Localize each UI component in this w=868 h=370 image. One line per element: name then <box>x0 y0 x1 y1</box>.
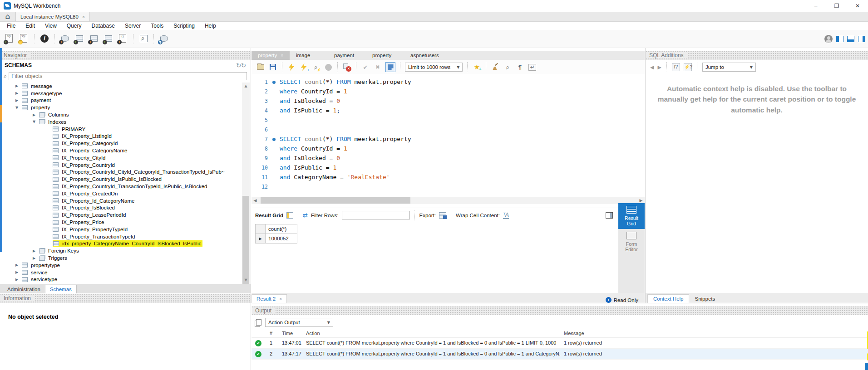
menu-item-scripting[interactable]: Scripting <box>168 23 200 29</box>
tree-item-ix-property-countryid-ispublic-isblocked[interactable]: IX_Property_CountryId_IsPublic_IsBlocked <box>0 175 242 183</box>
tree-item-foreign-keys[interactable]: ▶Foreign Keys <box>0 247 242 254</box>
tree-scrollbar[interactable]: ▲ ▼ <box>242 83 250 284</box>
manual-context-help-icon[interactable]: I? <box>672 63 680 71</box>
sql-line-3[interactable]: 3and IsBlocked = 0 <box>252 96 645 106</box>
create-table-icon[interactable]: + <box>74 34 85 44</box>
row-limit-dropdown[interactable]: Limit to 1000 rows ▼ <box>405 63 463 72</box>
maximize-button[interactable]: ❐ <box>826 0 847 12</box>
editor-tab-aspnetusers-4[interactable]: aspnetusers <box>404 51 442 60</box>
tree-item-ix-property-transactiontypeid[interactable]: IX_Property_TransactionTypeId <box>0 233 242 240</box>
tree-expand-icon[interactable]: ▶ <box>15 270 22 274</box>
jump-to-dropdown[interactable]: Jump to ▼ <box>702 63 756 72</box>
sql-line-2[interactable]: 2where CountryId = 1 <box>252 87 645 96</box>
create-schema-icon[interactable]: + <box>59 34 71 44</box>
filter-objects-input[interactable] <box>9 72 247 80</box>
scroll-down-icon[interactable]: ▼ <box>242 277 250 284</box>
connection-tab[interactable]: Local instance MySQL80 × <box>15 12 90 21</box>
menu-item-tools[interactable]: Tools <box>146 23 168 29</box>
sql-line-7[interactable]: 7SELECT count(*) FROM meerkat.property <box>252 134 645 144</box>
tree-collapse-icon[interactable]: ▼ <box>33 120 39 124</box>
tree-item-service[interactable]: ▶service <box>0 269 242 276</box>
sql-line-8[interactable]: 8where CountryId = 1 <box>252 144 645 153</box>
stop-query-button[interactable] <box>324 63 333 72</box>
grid-view-icon[interactable] <box>286 212 293 219</box>
sql-line-1[interactable]: 1SELECT count(*) FROM meerkat.property <box>252 77 645 87</box>
editor-tab-payment-2[interactable]: payment <box>328 51 366 60</box>
menu-item-view[interactable]: View <box>40 23 62 29</box>
autocommit-toggle[interactable] <box>385 62 395 72</box>
sidebar-tab-administration[interactable]: Administration <box>3 285 45 293</box>
sidebar-tab-schemas[interactable]: Schemas <box>45 285 77 293</box>
sql-line-5[interactable]: 5 <box>252 115 645 125</box>
tree-item-payment[interactable]: ▶payment <box>0 97 242 104</box>
toggle-result-sidebar-icon[interactable] <box>606 212 613 219</box>
tree-item-message[interactable]: ▶message <box>0 83 242 90</box>
open-script-button[interactable] <box>256 63 265 72</box>
tree-item-ix-property-listingid[interactable]: IX_Property_ListingId <box>0 133 242 140</box>
menu-item-help[interactable]: Help <box>200 23 221 29</box>
editor-horizontal-scrollbar[interactable]: ◀ ▶ <box>252 197 645 204</box>
tree-item-servicetype[interactable]: ▶servicetype <box>0 276 242 283</box>
sql-line-12[interactable]: 12 <box>252 182 645 191</box>
output-row[interactable]: ✔213:47:17SELECT count(*) FROM meerkat.p… <box>252 349 868 360</box>
tree-item-ix-property-countryid-cityid-categoryid-transactiontypeid-ispub-[interactable]: IX_Property_CountryId_CityId_CategoryId_… <box>0 169 242 176</box>
context-help-forward-icon[interactable]: ▶ <box>657 64 661 70</box>
save-snippet-button[interactable]: ★+ <box>472 63 481 72</box>
bottom-tab-context-help[interactable]: Context Help <box>647 294 689 303</box>
menu-item-query[interactable]: Query <box>62 23 87 29</box>
tree-expand-icon[interactable]: ▶ <box>33 249 39 253</box>
tree-item-propertytype[interactable]: ▶propertytype <box>0 262 242 269</box>
tree-item-columns[interactable]: ▶Columns <box>0 111 242 118</box>
new-sql-tab-icon[interactable]: SQL+ <box>4 34 15 44</box>
tree-item-ix-property-categoryid[interactable]: IX_Property_CategoryId <box>0 140 242 147</box>
tree-item-idx-property-categoryname-countryid-isblocked-ispublic[interactable]: idx_property_CategoryName_CountryId_IsBl… <box>0 240 242 248</box>
sql-code-area[interactable]: 1SELECT count(*) FROM meerkat.property2w… <box>252 74 645 196</box>
beautify-sql-button[interactable] <box>491 63 500 72</box>
sql-line-10[interactable]: 10and IsPublic = 1 <box>252 163 645 172</box>
tree-item-ix-property-createdon[interactable]: IX_Property_CreatedOn <box>0 190 242 197</box>
toggle-wrap-button[interactable]: ↵ <box>528 63 537 72</box>
commit-button[interactable]: ✔ <box>361 63 370 72</box>
tree-scrollbar-thumb[interactable] <box>242 196 249 287</box>
editor-tab-property-0[interactable]: property× <box>252 51 290 60</box>
tree-item-triggers[interactable]: ▶Triggers <box>0 254 242 262</box>
output-mode-dropdown[interactable]: Action Output ▼ <box>265 318 333 327</box>
tree-item-ix-property-cityid[interactable]: IX_Property_CityId <box>0 154 242 161</box>
result-cell[interactable]: 1000052 <box>266 234 297 243</box>
menu-item-database[interactable]: Database <box>87 23 120 29</box>
tree-item-ix-property-categoryname[interactable]: IX_Property_CategoryName <box>0 147 242 154</box>
result-row[interactable]: ▶1000052 <box>256 234 297 243</box>
editor-tab-image-1[interactable]: image <box>290 51 328 60</box>
side-tab-form-editor[interactable]: FormEditor <box>618 229 645 255</box>
tree-expand-icon[interactable]: ▶ <box>33 256 39 260</box>
filter-rows-input[interactable] <box>342 211 410 219</box>
toggle-invisibles-button[interactable]: ¶ <box>515 63 524 72</box>
sql-line-4[interactable]: 4and IsPublic = 1; <box>252 106 645 115</box>
find-button[interactable]: ⌕ <box>503 63 512 72</box>
editor-hscrollbar-thumb[interactable] <box>261 197 410 204</box>
bottom-tab-snippets[interactable]: Snippets <box>689 295 720 303</box>
search-table-data-icon[interactable] <box>138 34 149 44</box>
menu-item-server[interactable]: Server <box>120 23 146 29</box>
execute-current-statement-button[interactable]: I <box>299 63 308 72</box>
stop-on-error-toggle[interactable]: ✕ <box>342 63 351 72</box>
toggle-right-panel-button[interactable] <box>858 36 865 42</box>
tree-item-ix-property-price[interactable]: IX_Property_Price <box>0 219 242 226</box>
copy-output-icon[interactable] <box>256 319 261 326</box>
connection-tab-close-icon[interactable]: × <box>82 14 85 19</box>
tree-item-ix-property-propertytypeid[interactable]: IX_Property_PropertyTypeId <box>0 226 242 233</box>
save-script-button[interactable] <box>268 63 277 72</box>
tree-expand-icon[interactable]: ▶ <box>15 263 22 267</box>
tree-expand-icon[interactable]: ▶ <box>15 91 22 95</box>
refresh-schemas-icon[interactable]: ↻↻ <box>236 62 246 69</box>
result-tab-close-icon[interactable]: × <box>279 297 282 302</box>
sql-line-11[interactable]: 11and CategoryName = 'RealEstate' <box>252 172 645 182</box>
wrap-cell-content-icon[interactable]: ᵀA <box>503 212 509 219</box>
result-tab[interactable]: Result 2 × <box>252 294 287 303</box>
create-view-icon[interactable]: + <box>88 34 100 44</box>
scroll-left-icon[interactable]: ◀ <box>252 197 259 204</box>
side-tab-result-grid[interactable]: ResultGrid <box>618 203 645 229</box>
inspector-icon[interactable]: i <box>39 34 50 44</box>
close-button[interactable]: ✕ <box>847 0 868 12</box>
toggle-bottom-panel-button[interactable] <box>847 36 854 42</box>
